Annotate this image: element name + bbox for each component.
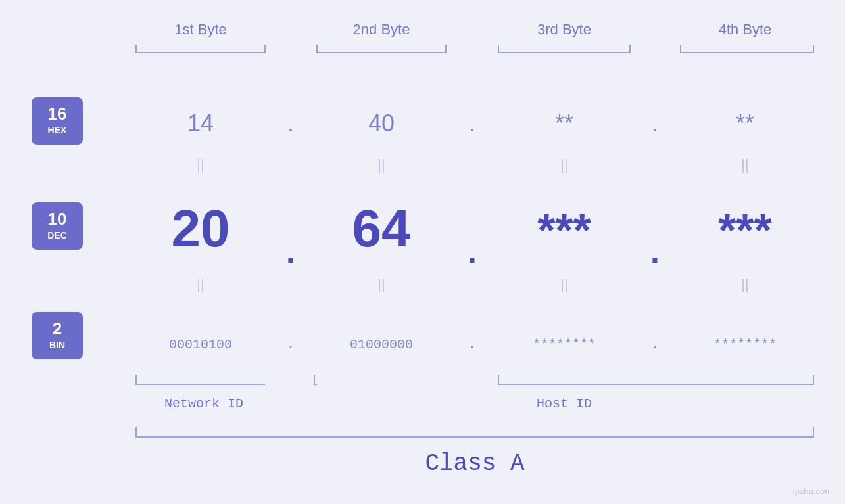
dec-badge-number: 10 bbox=[48, 209, 67, 229]
bin-val-3: ******** bbox=[533, 337, 596, 352]
eq2-3: || bbox=[560, 276, 567, 292]
hex-val-3: ** bbox=[555, 110, 573, 137]
hex-dot-2: . bbox=[469, 110, 475, 137]
byte-header-2: 2nd Byte bbox=[353, 21, 410, 37]
hex-badge-label: HEX bbox=[48, 125, 67, 135]
eq2-2: || bbox=[377, 276, 385, 292]
dec-dot-1: . bbox=[286, 233, 295, 270]
dec-val-1: 20 bbox=[172, 199, 230, 258]
dec-val-4: *** bbox=[718, 205, 772, 256]
hex-val-1: 14 bbox=[187, 110, 214, 137]
hex-val-2: 40 bbox=[368, 110, 395, 137]
bin-val-1: 00010100 bbox=[169, 337, 232, 352]
hex-dot-1: . bbox=[287, 110, 294, 137]
dec-dot-2: . bbox=[468, 233, 477, 270]
hex-badge-number: 16 bbox=[48, 104, 67, 124]
bin-val-4: ******** bbox=[713, 337, 777, 352]
bin-val-2: 01000000 bbox=[350, 337, 413, 352]
class-label: Class A bbox=[425, 450, 525, 477]
eq2-4: || bbox=[741, 276, 748, 292]
hex-dot-3: . bbox=[652, 110, 658, 137]
byte-header-3: 3rd Byte bbox=[537, 21, 591, 37]
byte-header-1: 1st Byte bbox=[174, 21, 226, 37]
dec-val-2: 64 bbox=[352, 199, 411, 258]
byte-header-4: 4th Byte bbox=[719, 21, 772, 37]
host-id-label: Host ID bbox=[537, 396, 592, 411]
dec-val-3: *** bbox=[537, 205, 591, 256]
dec-badge-label: DEC bbox=[47, 230, 67, 241]
eq1-2: || bbox=[377, 156, 385, 173]
network-id-label: Network ID bbox=[164, 396, 243, 411]
eq1-4: || bbox=[741, 156, 748, 173]
bin-dot-3: . bbox=[651, 337, 659, 352]
eq1-1: || bbox=[197, 156, 204, 173]
diagram-svg: 1st Byte 2nd Byte 3rd Byte 4th Byte 16 H… bbox=[0, 0, 845, 504]
bin-dot-1: . bbox=[287, 337, 295, 352]
dec-dot-3: . bbox=[650, 233, 660, 270]
eq1-3: || bbox=[560, 156, 567, 173]
eq2-1: || bbox=[197, 276, 204, 292]
bin-badge-number: 2 bbox=[53, 319, 62, 338]
page: 1st Byte 2nd Byte 3rd Byte 4th Byte 16 H… bbox=[0, 0, 845, 504]
hex-val-4: ** bbox=[736, 110, 754, 137]
bin-dot-2: . bbox=[468, 337, 476, 352]
bin-badge-label: BIN bbox=[49, 340, 65, 350]
watermark: ipshu.com bbox=[793, 486, 832, 496]
